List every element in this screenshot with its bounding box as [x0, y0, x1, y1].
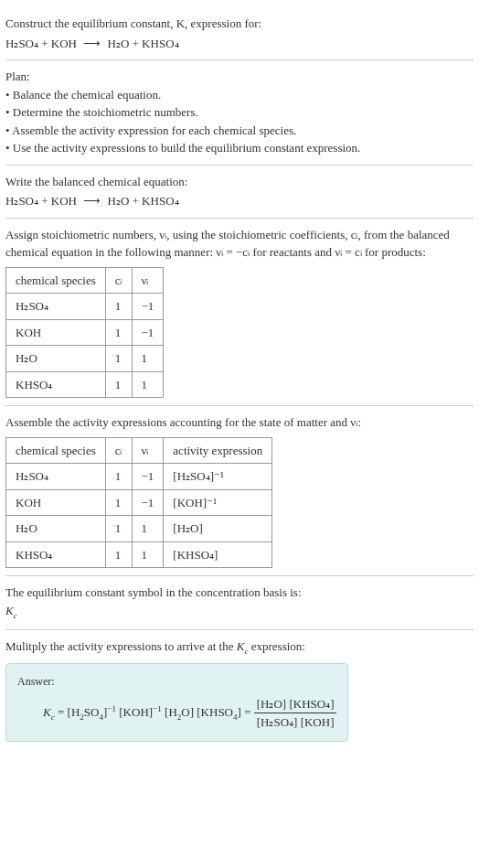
plan-bullet: • Balance the chemical equation.	[5, 86, 474, 104]
multiply-text: Mulitply the activity expressions to arr…	[5, 638, 474, 658]
cell-species: H₂SO₄	[6, 294, 106, 320]
cell-vi: −1	[132, 489, 164, 516]
cell-ci: 1	[105, 371, 132, 398]
table-row: H₂O 1 1	[6, 346, 164, 372]
intro-line: Construct the equilibrium constant, K, e…	[5, 15, 474, 33]
table-row: H₂SO₄ 1 −1 [H₂SO₄]⁻¹	[6, 464, 272, 490]
cell-ci: 1	[105, 516, 132, 542]
plan-section: Plan: • Balance the chemical equation. •…	[5, 60, 474, 166]
table-header-row: chemical species cᵢ νᵢ activity expressi…	[6, 437, 272, 464]
stoich-table: chemical species cᵢ νᵢ H₂SO₄ 1 −1 KOH 1 …	[5, 267, 164, 399]
answer-label: Answer:	[17, 673, 336, 690]
cell-ci: 1	[105, 541, 132, 568]
fraction-num: [H₂O] [KHSO₄]	[254, 695, 337, 714]
table-row: H₂SO₄ 1 −1	[6, 294, 164, 320]
symbol-text: The equilibrium constant symbol in the c…	[5, 584, 474, 602]
balanced-heading: Write the balanced chemical equation:	[5, 173, 474, 191]
cell-ci: 1	[105, 294, 132, 320]
activity-table: chemical species cᵢ νᵢ activity expressi…	[5, 437, 272, 569]
cell-species: H₂SO₄	[6, 464, 106, 490]
kc-symbol: Kc	[5, 602, 474, 622]
activity-section: Assemble the activity expressions accoun…	[5, 406, 474, 576]
cell-vi: 1	[132, 516, 164, 542]
table-row: KOH 1 −1	[6, 319, 164, 346]
fraction: [H₂O] [KHSO₄] [H₂SO₄] [KOH]	[254, 695, 337, 732]
col-vi: νᵢ	[132, 267, 164, 294]
stoich-section: Assign stoichiometric numbers, νᵢ, using…	[5, 219, 474, 407]
cell-ci: 1	[105, 489, 132, 516]
cell-species: KOH	[6, 319, 106, 346]
cell-species: KHSO₄	[6, 371, 106, 398]
intro-section: Construct the equilibrium constant, K, e…	[5, 7, 474, 60]
intro-equation: H₂SO₄ + KOH ⟶ H₂O + KHSO₄	[5, 35, 474, 53]
activity-intro: Assemble the activity expressions accoun…	[5, 413, 474, 432]
table-row: H₂O 1 1 [H₂O]	[6, 516, 272, 542]
eq-left: H₂SO₄ + KOH	[5, 37, 77, 50]
cell-vi: 1	[132, 541, 164, 568]
plan-bullet: • Use the activity expressions to build …	[5, 139, 474, 157]
col-ci: cᵢ	[105, 437, 132, 464]
answer-box: Answer: Kc = [H2SO4]−1 [KOH]−1 [H2O] [KH…	[5, 663, 348, 742]
cell-species: H₂O	[6, 516, 106, 542]
eq-right: H₂O + KHSO₄	[108, 194, 179, 208]
cell-ci: 1	[105, 346, 132, 372]
cell-species: H₂O	[6, 346, 106, 372]
table-header-row: chemical species cᵢ νᵢ	[6, 267, 164, 294]
multiply-section: Mulitply the activity expressions to arr…	[5, 630, 474, 749]
cell-vi: 1	[132, 346, 164, 372]
fraction-den: [H₂SO₄] [KOH]	[254, 713, 337, 732]
col-species: chemical species	[6, 437, 106, 464]
symbol-section: The equilibrium constant symbol in the c…	[5, 576, 474, 630]
balanced-section: Write the balanced chemical equation: H₂…	[5, 166, 474, 219]
arrow-icon: ⟶	[83, 192, 101, 210]
table-row: KHSO₄ 1 1	[6, 371, 164, 398]
cell-species: KOH	[6, 489, 106, 516]
cell-ci: 1	[105, 464, 132, 490]
cell-species: KHSO₄	[6, 541, 106, 568]
cell-expr: [H₂SO₄]⁻¹	[164, 464, 272, 490]
col-expr: activity expression	[164, 437, 272, 464]
plan-heading: Plan:	[5, 68, 474, 86]
plan-bullet: • Determine the stoichiometric numbers.	[5, 103, 474, 122]
cell-expr: [KOH]⁻¹	[164, 489, 272, 516]
cell-vi: −1	[132, 294, 164, 320]
cell-vi: 1	[132, 371, 164, 398]
arrow-icon: ⟶	[83, 35, 101, 53]
col-vi: νᵢ	[132, 437, 164, 464]
cell-ci: 1	[105, 319, 132, 346]
eq-left: H₂SO₄ + KOH	[5, 194, 77, 208]
cell-vi: −1	[132, 319, 164, 346]
eq-right: H₂O + KHSO₄	[108, 37, 179, 50]
balanced-equation: H₂SO₄ + KOH ⟶ H₂O + KHSO₄	[5, 192, 474, 210]
col-ci: cᵢ	[105, 267, 132, 294]
cell-vi: −1	[132, 464, 164, 490]
col-species: chemical species	[6, 267, 106, 294]
plan-bullet: • Assemble the activity expression for e…	[5, 122, 474, 140]
table-row: KHSO₄ 1 1 [KHSO₄]	[6, 541, 272, 568]
cell-expr: [H₂O]	[164, 516, 272, 542]
answer-equation: Kc = [H2SO4]−1 [KOH]−1 [H2O] [KHSO4] = […	[17, 695, 336, 732]
stoich-intro: Assign stoichiometric numbers, νᵢ, using…	[5, 226, 474, 262]
table-row: KOH 1 −1 [KOH]⁻¹	[6, 489, 272, 516]
intro-text: Construct the equilibrium constant, K, e…	[5, 16, 261, 30]
cell-expr: [KHSO₄]	[164, 541, 272, 568]
